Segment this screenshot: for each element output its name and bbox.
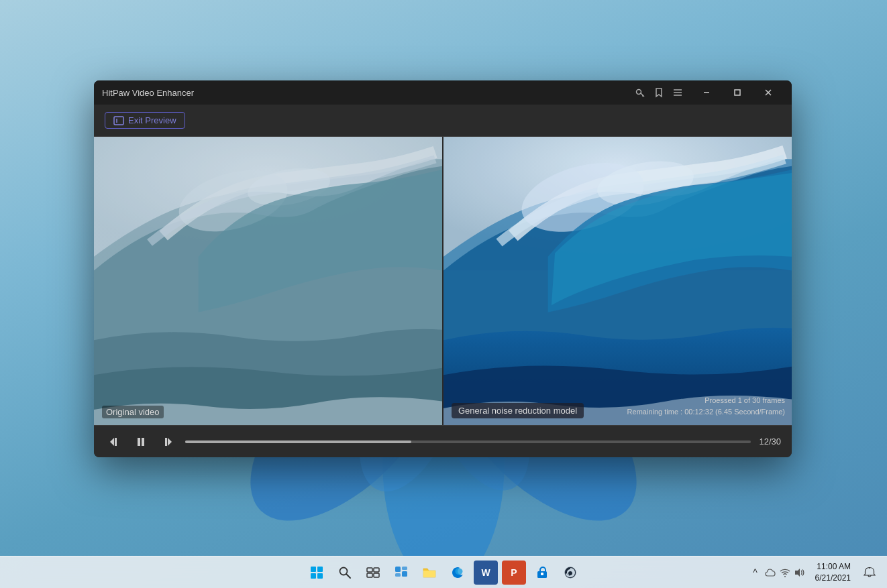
controls-bar: 12/30 [94,425,792,457]
taskbar-word-button[interactable]: W [474,561,498,585]
svg-rect-37 [444,137,792,425]
taskbar-notification-button[interactable] [860,563,879,582]
progress-bar-fill [185,440,411,443]
app-window: HitPaw Video Enhancer [94,80,792,457]
key-icon[interactable] [633,86,647,99]
svg-marker-38 [110,438,114,446]
taskbar-clock[interactable]: 11:00 AM 6/21/2021 [811,560,855,585]
svg-rect-52 [367,573,372,577]
svg-rect-26 [114,117,123,125]
tray-chevron-icon[interactable]: ^ [749,567,762,579]
svg-rect-41 [142,438,144,446]
svg-rect-47 [317,573,323,579]
progress-bar[interactable] [185,440,751,443]
taskbar-widgets-button[interactable] [389,561,413,585]
title-controls [691,80,784,105]
frames-processed-text: Proessed 1 of 30 frames [627,395,785,407]
svg-rect-54 [395,567,401,572]
taskbar-center: W P [305,561,582,585]
svg-rect-45 [317,567,323,572]
svg-point-61 [784,576,786,577]
exit-preview-button[interactable]: Exit Preview [105,112,185,129]
taskbar-edge-button[interactable] [446,561,470,585]
original-video-frame [94,137,442,425]
step-forward-button[interactable] [158,432,177,451]
svg-rect-46 [311,573,316,579]
title-bar: HitPaw Video Enhancer [94,80,792,105]
system-tray: ^ [749,567,806,579]
desktop: HitPaw Video Enhancer [0,0,887,588]
taskbar-taskview-button[interactable] [361,561,385,585]
svg-rect-44 [311,567,316,572]
svg-rect-55 [402,567,407,570]
taskbar-date: 6/21/2021 [815,573,851,584]
taskbar-powerpoint-button[interactable]: P [502,561,526,585]
title-bar-left: HitPaw Video Enhancer [102,88,194,98]
svg-rect-32 [94,137,442,425]
original-video-label: Original video [102,406,164,418]
enhanced-video-panel: General noise reduction model Proessed 1… [444,137,792,425]
svg-point-16 [637,90,641,95]
taskbar: W P ^ [0,556,887,588]
enhanced-video-label: General noise reduction model [452,403,584,418]
svg-rect-51 [374,568,379,572]
taskbar-right: ^ [749,560,879,585]
frame-counter: 12/30 [759,436,781,447]
svg-line-49 [347,574,351,578]
title-bar-icons [633,86,684,99]
svg-rect-57 [402,571,407,577]
tray-cloud-icon[interactable] [764,567,776,579]
video-area: Original video [94,137,792,425]
svg-rect-40 [138,438,140,446]
svg-rect-56 [395,573,401,577]
remaining-time-text: Remaining time : 00:12:32 (6.45 Second/F… [627,406,785,418]
taskbar-search-button[interactable] [333,561,357,585]
tray-speaker-icon[interactable] [794,567,806,579]
minimize-button[interactable] [691,80,722,105]
taskbar-steam-button[interactable] [558,561,582,585]
svg-rect-39 [115,438,117,446]
svg-rect-59 [541,573,543,575]
toolbar: Exit Preview [94,105,792,137]
app-title: HitPaw Video Enhancer [102,88,194,98]
tray-wifi-icon[interactable] [779,567,791,579]
taskbar-start-button[interactable] [305,561,329,585]
close-button[interactable] [753,80,784,105]
enhanced-video-frame [444,137,792,425]
taskbar-store-button[interactable] [530,561,554,585]
maximize-button[interactable] [722,80,753,105]
svg-rect-23 [735,90,740,95]
bookmark-icon[interactable] [652,86,666,99]
taskbar-explorer-button[interactable] [417,561,441,585]
step-back-button[interactable] [105,432,123,451]
svg-marker-42 [168,438,172,446]
svg-rect-50 [367,568,372,572]
taskbar-time: 11:00 AM [815,561,851,573]
svg-rect-43 [165,438,167,446]
svg-rect-53 [374,573,379,577]
svg-marker-62 [795,569,800,577]
menu-icon[interactable] [671,86,684,99]
processing-info: Proessed 1 of 30 frames Remaining time :… [627,395,785,418]
pause-button[interactable] [132,432,150,451]
original-video-panel: Original video [94,137,444,425]
